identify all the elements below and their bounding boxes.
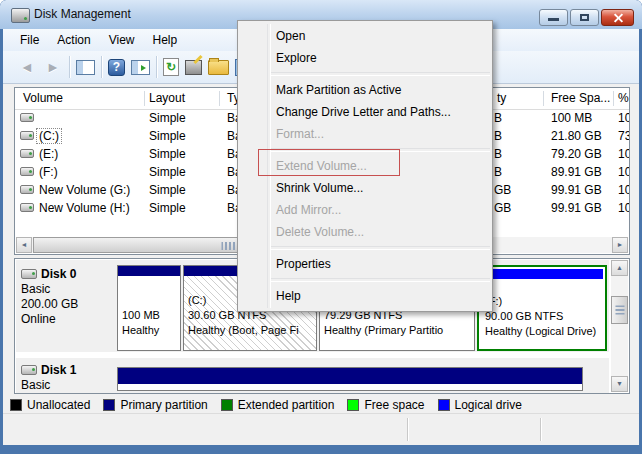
partition-status: Healthy xyxy=(122,323,160,338)
volume-layout: Simple xyxy=(149,181,186,199)
volume-name: New Volume (H:) xyxy=(39,199,130,217)
open-folder-icon[interactable] xyxy=(208,60,229,75)
menu-item-format: Format... xyxy=(238,123,492,145)
scrollbar-grip xyxy=(615,306,624,315)
volume-capacity: B xyxy=(494,145,502,163)
disk-name: Disk 1 xyxy=(41,363,76,377)
toolbar-separator xyxy=(101,56,102,78)
forward-icon[interactable]: ► xyxy=(43,59,63,75)
scroll-left-icon[interactable]: ◄ xyxy=(16,237,32,253)
column-divider[interactable] xyxy=(144,91,145,106)
volume-percent-free: 10 xyxy=(618,163,630,181)
help-icon[interactable]: ? xyxy=(108,59,125,76)
unallocated-swatch xyxy=(10,399,22,411)
logical-drive-swatch xyxy=(438,399,450,411)
partition-system-reserved[interactable]: 100 MB Healthy xyxy=(117,265,181,351)
vertical-scrollbar[interactable]: ▲ ▼ xyxy=(611,260,628,392)
partition-status: Healthy (Logical Drive) xyxy=(485,324,596,339)
volume-free-space: 100 MB xyxy=(551,109,592,127)
menu-item-properties[interactable]: Properties xyxy=(238,253,492,275)
volume-capacity: B xyxy=(494,163,502,181)
disk-size: 200.00 GB xyxy=(21,297,115,312)
menu-item-explore[interactable]: Explore xyxy=(238,47,492,69)
primary-partition-band xyxy=(118,266,180,276)
volume-name: (E:) xyxy=(39,145,58,163)
legend-bar: Unallocated Primary partition Extended p… xyxy=(3,396,639,413)
volume-layout: Simple xyxy=(149,109,186,127)
volume-free-space: 99.91 GB xyxy=(551,199,602,217)
volume-name: (F:) xyxy=(39,163,58,181)
volume-icon xyxy=(20,203,34,212)
maximize-button[interactable] xyxy=(570,9,599,26)
column-divider[interactable] xyxy=(543,91,544,106)
volume-free-space: 21.80 GB xyxy=(551,127,602,145)
menu-item-help[interactable]: Help xyxy=(238,285,492,307)
menu-item-open[interactable]: Open xyxy=(238,25,492,47)
context-menu: Open Explore Mark Partition as Active Ch… xyxy=(237,20,493,312)
menu-item-mark-partition-active[interactable]: Mark Partition as Active xyxy=(238,79,492,101)
volume-free-space: 89.91 GB xyxy=(551,163,602,181)
menu-view[interactable]: View xyxy=(100,30,144,50)
scroll-down-icon[interactable]: ▼ xyxy=(611,376,628,392)
header-percent[interactable]: % xyxy=(618,91,629,105)
disk-name: Disk 0 xyxy=(41,267,76,281)
legend-logical-drive: Logical drive xyxy=(438,398,522,412)
volume-percent-free: 10 xyxy=(618,181,630,199)
partition-f-logical[interactable]: (F:) 90.00 GB NTFS Healthy (Logical Driv… xyxy=(477,265,607,351)
volume-layout: Simple xyxy=(149,163,186,181)
menu-separator xyxy=(271,72,490,76)
disk-kind: Basic xyxy=(21,378,115,393)
disk1-label[interactable]: Disk 1 Basic xyxy=(21,363,115,393)
back-icon[interactable]: ◄ xyxy=(17,59,37,75)
header-free-space[interactable]: Free Spa... xyxy=(551,91,610,105)
legend-label: Logical drive xyxy=(455,398,522,412)
close-button[interactable] xyxy=(601,9,634,26)
column-divider[interactable] xyxy=(613,91,614,106)
volume-free-space: 79.20 GB xyxy=(551,145,602,163)
legend-label: Extended partition xyxy=(238,398,335,412)
volume-layout: Simple xyxy=(149,199,186,217)
menu-item-change-drive-letter[interactable]: Change Drive Letter and Paths... xyxy=(238,101,492,123)
volume-layout: Simple xyxy=(149,127,186,145)
volume-percent-free: 10 xyxy=(618,199,630,217)
partition-status: Healthy (Primary Partitio xyxy=(324,323,443,338)
status-bar xyxy=(3,413,639,445)
maximize-icon xyxy=(580,14,589,21)
disk1-partition[interactable] xyxy=(117,367,583,391)
volume-name: New Volume (G:) xyxy=(39,181,130,199)
header-capacity[interactable]: ty xyxy=(497,91,506,105)
status-pane-divider xyxy=(407,418,408,441)
partition-letter: (F:) xyxy=(485,294,596,309)
menu-file[interactable]: File xyxy=(11,30,48,50)
disk0-label[interactable]: Disk 0 Basic 200.00 GB Online xyxy=(21,267,115,351)
disk-management-app-icon xyxy=(11,8,30,23)
scroll-right-icon[interactable]: ► xyxy=(612,237,628,253)
header-layout[interactable]: Layout xyxy=(149,91,185,105)
volume-percent-free: 73 xyxy=(618,127,630,145)
primary-partition-band xyxy=(118,368,582,384)
extended-partition-swatch xyxy=(221,399,233,411)
show-hide-action-pane-icon[interactable] xyxy=(131,60,150,75)
volume-icon xyxy=(20,131,34,140)
extend-volume-highlight-box xyxy=(258,149,400,176)
minimize-button[interactable] xyxy=(539,9,568,26)
volume-capacity: GB xyxy=(494,181,511,199)
refresh-icon[interactable]: ↻ xyxy=(163,58,179,76)
legend-free-space: Free space xyxy=(347,398,424,412)
scrollbar-thumb[interactable] xyxy=(611,296,628,324)
menu-action[interactable]: Action xyxy=(48,30,99,50)
properties-icon[interactable] xyxy=(185,60,202,75)
minimize-icon xyxy=(548,18,559,21)
disk-kind: Basic xyxy=(21,282,115,297)
header-volume[interactable]: Volume xyxy=(23,91,63,105)
volume-capacity: B xyxy=(494,109,502,127)
close-icon xyxy=(612,12,623,23)
legend-label: Unallocated xyxy=(27,398,90,412)
column-divider[interactable] xyxy=(219,91,220,106)
menu-item-shrink-volume[interactable]: Shrink Volume... xyxy=(238,177,492,199)
show-hide-console-tree-icon[interactable] xyxy=(76,60,95,75)
volume-icon xyxy=(20,167,34,176)
menu-help[interactable]: Help xyxy=(144,30,187,50)
volume-capacity: GB xyxy=(494,199,511,217)
scroll-up-icon[interactable]: ▲ xyxy=(611,260,628,276)
